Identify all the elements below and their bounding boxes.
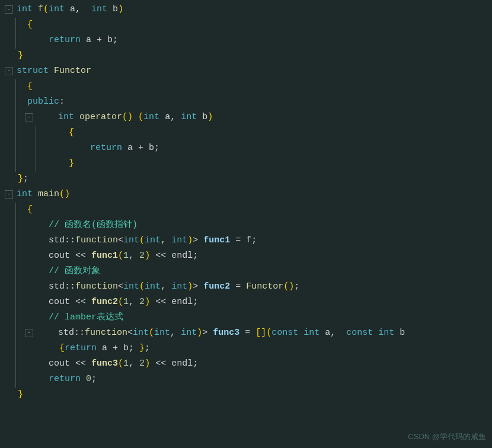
code-line: } (0, 388, 492, 403)
line-content: { (25, 18, 487, 32)
line-content: std::function<int(int, int)> func2 = Fun… (25, 280, 487, 294)
line-content: { (25, 79, 487, 94)
code-line: return 0; (0, 372, 492, 388)
fold-button[interactable]: - (5, 67, 13, 75)
code-line: - int main() (0, 187, 492, 203)
code-line: std::function<int(int, int)> func2 = Fun… (0, 280, 492, 295)
line-content: public: (25, 95, 487, 109)
code-line: - int operator() (int a, int b) (0, 110, 492, 126)
code-line: { (0, 203, 492, 218)
code-line: cout << func1(1, 2) << endl; (0, 249, 492, 264)
line-content: { (25, 203, 487, 217)
fold-button[interactable]: - (5, 190, 13, 199)
code-line: - int f(int a, int b) (0, 2, 492, 18)
code-line: - std::function<int(int, int)> func3 = [… (0, 326, 492, 341)
code-line: { (0, 18, 492, 33)
line-content: } (15, 388, 487, 402)
watermark: CSDN @学代码的咸鱼 (408, 431, 486, 442)
line-content: return 0; (25, 372, 487, 386)
code-line: {return a + b; }; (0, 341, 492, 357)
line-content: {return a + b; }; (36, 341, 487, 356)
line-content: int operator() (int a, int b) (34, 110, 487, 124)
code-editor: - int f(int a, int b) { return a + b; } … (0, 0, 492, 405)
code-line: - struct Functor (0, 64, 492, 79)
fold-button[interactable]: - (25, 329, 33, 337)
line-content: return a + b; (45, 141, 487, 155)
line-content: // lamber表达式 (25, 311, 487, 325)
code-line: // lamber表达式 (0, 311, 492, 326)
line-content: } (45, 156, 487, 171)
code-line: public: (0, 95, 492, 110)
line-content: cout << func3(1, 2) << endl; (25, 357, 487, 371)
code-line: { (0, 126, 492, 141)
line-content: // 函数名(函数指针) (25, 218, 487, 232)
code-line: }; (0, 172, 492, 187)
line-content: std::function<int(int, int)> func1 = f; (25, 233, 487, 248)
line-content: return a + b; (25, 33, 487, 47)
code-line: return a + b; (0, 33, 492, 49)
code-line: std::function<int(int, int)> func1 = f; (0, 233, 492, 249)
line-content: struct Functor (14, 64, 487, 78)
line-content: cout << func1(1, 2) << endl; (25, 249, 487, 263)
code-line: cout << func3(1, 2) << endl; (0, 357, 492, 372)
code-line: { (0, 79, 492, 95)
code-line: } (0, 156, 492, 172)
code-line: return a + b; (0, 141, 492, 156)
line-content: } (15, 49, 487, 63)
code-line: // 函数名(函数指针) (0, 218, 492, 233)
line-content: int main() (14, 187, 487, 201)
code-line: cout << func2(1, 2) << endl; (0, 295, 492, 311)
line-content: // 函数对象 (25, 264, 487, 279)
line-content: }; (15, 172, 487, 186)
line-content: cout << func2(1, 2) << endl; (25, 295, 487, 309)
code-line: // 函数对象 (0, 264, 492, 280)
line-content: std::function<int(int, int)> func3 = [](… (34, 326, 487, 340)
code-line: } (0, 49, 492, 64)
fold-button[interactable]: - (5, 5, 13, 14)
fold-button[interactable]: - (25, 113, 33, 121)
line-content: { (45, 126, 487, 140)
line-content: int f(int a, int b) (14, 2, 487, 17)
